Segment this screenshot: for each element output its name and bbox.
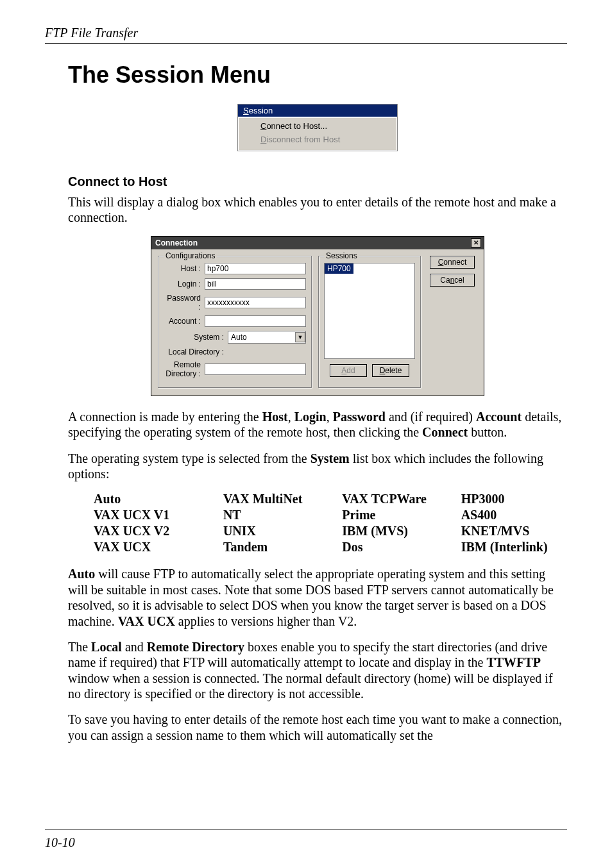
option-cell: VAX UCX V1 (94, 508, 210, 522)
account-input[interactable] (205, 315, 306, 327)
menu-item-connect[interactable]: Connect to Host... (240, 119, 395, 133)
page-number: 10-10 (45, 835, 567, 850)
connection-dialog: Connection ✕ Configurations Host : Login… (151, 236, 484, 396)
page-title: The Session Menu (68, 62, 567, 88)
account-label: Account : (164, 317, 205, 326)
connection-dialog-figure: Connection ✕ Configurations Host : Login… (68, 236, 567, 396)
sessions-listbox[interactable]: HP700 (324, 263, 415, 359)
session-menu-figure: Session Connect to Host... Disconnect fr… (68, 104, 567, 151)
option-cell: NT (223, 508, 329, 522)
close-icon[interactable]: ✕ (471, 238, 481, 247)
connection-details-paragraph: A connection is made by entering the Hos… (68, 409, 567, 440)
option-cell: IBM (MVS) (342, 524, 448, 538)
option-cell: Prime (342, 508, 448, 522)
host-input[interactable] (205, 263, 306, 274)
option-cell: IBM (Interlink) (461, 540, 567, 555)
option-cell: AS400 (461, 508, 567, 522)
content-column: The Session Menu Session Connect to Host… (45, 62, 567, 743)
menu-item-disconnect: Disconnect from Host (240, 133, 395, 146)
configurations-group: Configurations Host : Login : Password : (158, 256, 312, 388)
sessions-group: Sessions HP700 Add Delete (318, 256, 421, 388)
menu-body: Connect to Host... Disconnect from Host (238, 117, 397, 151)
session-menu: Session Connect to Host... Disconnect fr… (237, 104, 398, 151)
intro-paragraph: This will display a dialog box which ena… (68, 194, 567, 226)
system-select[interactable]: Auto ▼ (228, 331, 306, 344)
page: FTP File Transfer The Session Menu Sessi… (0, 0, 612, 868)
running-header: FTP File Transfer (45, 26, 567, 40)
footer-rule (45, 830, 567, 830)
auto-explain-paragraph: Auto will cause FTP to automatically sel… (68, 566, 567, 629)
option-cell: VAX MultiNet (223, 492, 329, 506)
option-cell: UNIX (223, 524, 329, 538)
configurations-legend: Configurations (164, 251, 217, 260)
dialog-title: Connection (155, 238, 198, 247)
system-options-table: Auto VAX MultiNet VAX TCPWare HP3000 VAX… (94, 492, 567, 555)
system-listbox-paragraph: The operating system type is selected fr… (68, 451, 567, 482)
option-cell: VAX TCPWare (342, 492, 448, 506)
option-cell: VAX UCX (94, 540, 210, 555)
add-button: Add (330, 364, 367, 377)
option-cell: Auto (94, 492, 210, 506)
subheading-connect: Connect to Host (68, 174, 567, 189)
session-name-paragraph: To save you having to enter details of t… (68, 712, 567, 743)
system-label: System : (164, 333, 228, 342)
dialog-titlebar[interactable]: Connection ✕ (151, 237, 484, 249)
dialog-body: Configurations Host : Login : Password : (151, 249, 484, 396)
dialog-button-column: Connect Cancel (427, 256, 477, 388)
localdir-label: Local Directory : (164, 347, 228, 356)
header-rule (45, 43, 567, 44)
host-label: Host : (164, 264, 205, 273)
chevron-down-icon[interactable]: ▼ (295, 332, 305, 342)
option-cell: VAX UCX V2 (94, 524, 210, 538)
option-cell: KNET/MVS (461, 524, 567, 538)
remotedir-label: Remote Directory : (164, 360, 205, 378)
option-cell: HP3000 (461, 492, 567, 506)
session-item-hp700[interactable]: HP700 (325, 263, 353, 274)
password-label: Password : (164, 294, 205, 312)
sessions-legend: Sessions (324, 251, 359, 260)
menu-titlebar[interactable]: Session (238, 104, 397, 117)
remotedir-input[interactable] (205, 363, 306, 375)
system-selected-value: Auto (231, 333, 247, 342)
cancel-button[interactable]: Cancel (430, 274, 475, 287)
login-input[interactable] (205, 278, 306, 290)
delete-button[interactable]: Delete (372, 364, 409, 377)
footer: 10-10 (45, 830, 567, 850)
connect-button[interactable]: Connect (430, 256, 475, 269)
option-cell: Dos (342, 540, 448, 555)
directories-paragraph: The Local and Remote Directory boxes ena… (68, 639, 567, 702)
option-cell: Tandem (223, 540, 329, 555)
login-label: Login : (164, 280, 205, 288)
password-input[interactable] (205, 297, 306, 308)
